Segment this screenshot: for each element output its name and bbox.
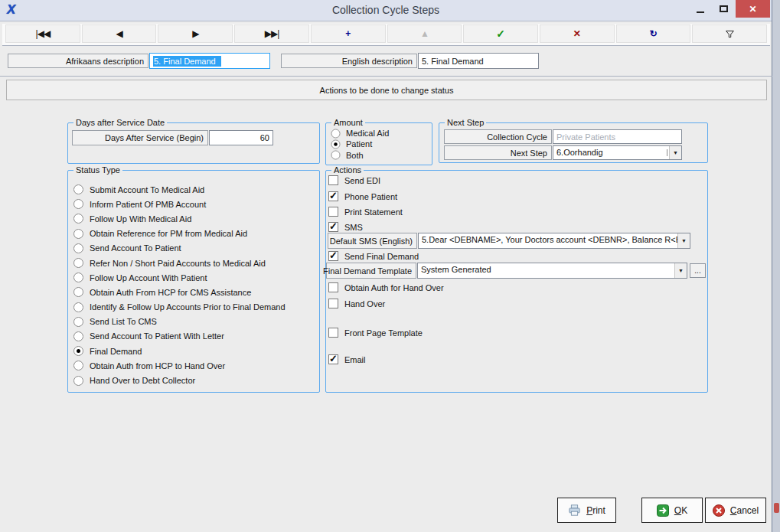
template-browse-button[interactable]: ... [690,263,706,278]
next-step-select[interactable]: 6.Oorhandig ▼ [553,145,682,160]
obtain-auth-hand-over-checkbox[interactable]: Obtain Auth for Hand Over [328,282,444,292]
front-page-template-checkbox[interactable]: Front Page Template [328,328,423,338]
radio-button[interactable] [73,273,83,282]
status-option[interactable]: Follow Up Account With Patient [73,270,312,285]
group-title: Days after Service Date [73,118,167,127]
maximize-icon [720,5,728,12]
selected-text: 5. Final Demand [153,56,221,67]
next-record-button[interactable]: ▶ [158,24,233,43]
chevron-down-icon[interactable]: ▼ [677,233,690,248]
radio-patient[interactable]: Patient [331,139,389,149]
status-option[interactable]: Refer Non / Short Paid Accounts to Medic… [73,256,312,270]
dialog-window: X Collection Cycle Steps ✕ |◀◀ ◀ ▶ ▶▶| +… [0,0,772,532]
radio-button[interactable] [73,346,83,356]
filter-button[interactable] [692,24,767,43]
status-option[interactable]: Send Account To Patient With Letter [73,329,312,344]
collection-cycle-label: Collection Cycle [444,129,552,144]
status-option[interactable]: Identify & Follow Up Accounts Prior to F… [73,300,312,315]
checkbox[interactable] [328,191,338,201]
radio-button[interactable] [73,229,83,239]
chevron-down-icon[interactable]: ▼ [669,146,681,159]
status-option[interactable]: Hand Over to Debt Collector [73,373,312,387]
status-option[interactable]: Obtain Auth From HCP for CMS Assistance [73,285,312,299]
radio-medical-aid[interactable]: Medical Aid [331,128,389,139]
edit-record-button[interactable]: ▲ [387,24,462,43]
ok-button[interactable]: OK [641,498,703,523]
refresh-icon: ↻ [649,28,657,39]
print-button[interactable]: Print [557,498,616,523]
final-demand-template-select[interactable]: System Generated ▼ [417,263,687,279]
next-record-icon: ▶ [192,28,198,39]
print-statement-checkbox[interactable]: Print Statement [328,207,403,217]
email-checkbox[interactable]: Email [328,354,366,364]
radio-button[interactable] [73,258,83,268]
status-option[interactable]: Obtain Reference for PM from Medical Aid [73,227,312,241]
checkbox[interactable] [328,222,338,232]
status-option[interactable]: Inform Patient Of PMB Account [73,197,312,211]
cancel-button[interactable]: Cancel [705,498,766,523]
radio-both[interactable]: Both [331,150,389,161]
phone-patient-checkbox[interactable]: Phone Patient [328,191,397,201]
cancel-record-button[interactable]: ✕ [540,24,615,43]
chevron-down-icon[interactable]: ▼ [674,263,687,278]
english-description-input[interactable]: 5. Final Demand [418,53,539,69]
days-after-service-input[interactable]: 60 [209,130,273,145]
checkbox[interactable] [328,282,338,292]
titlebar[interactable]: X Collection Cycle Steps ✕ [0,0,772,21]
radio-button[interactable] [73,331,83,341]
radio-button[interactable] [73,199,83,209]
radio-button[interactable] [331,151,341,160]
default-sms-select[interactable]: 5.Dear <DEBNAME>, Your Doctors account <… [418,233,690,249]
checkbox[interactable] [328,207,338,217]
hand-over-checkbox[interactable]: Hand Over [328,299,385,308]
radio-button[interactable] [73,302,83,312]
next-step-label: Next Step [444,145,552,160]
status-option[interactable]: Final Demand [73,344,312,358]
radio-button[interactable] [73,361,83,370]
status-option[interactable]: Obtain Auth from HCP to Hand Over [73,358,312,373]
radio-button[interactable] [73,376,83,386]
radio-label: Inform Patient Of PMB Account [90,200,206,209]
minimize-button[interactable] [688,0,712,18]
final-demand-template-label: Final Demand Template [326,263,416,279]
send-final-demand-checkbox[interactable]: Send Final Demand [328,251,419,261]
checkbox[interactable] [328,328,338,338]
status-option[interactable]: Send List To CMS [73,315,312,329]
selected-value: 6.Oorhandig [553,146,667,159]
radio-label: Patient [346,139,372,149]
radio-button[interactable] [331,129,341,138]
radio-label: Medical Aid [346,129,389,138]
refresh-button[interactable]: ↻ [616,24,691,43]
close-button[interactable]: ✕ [736,0,770,18]
insert-record-button[interactable]: + [311,24,386,43]
afrikaans-description-input[interactable]: 5. Final Demand [149,53,270,69]
radio-button[interactable] [73,214,83,224]
actions-group: Actions [325,170,708,393]
radio-label: Hand Over to Debt Collector [90,376,195,385]
radio-button[interactable] [73,243,83,253]
group-title: Next Step [445,118,486,127]
window-title: Collection Cycle Steps [0,4,772,16]
checkbox[interactable] [328,354,338,364]
prior-record-button[interactable]: ◀ [82,24,157,43]
radio-button[interactable] [331,139,341,149]
send-edi-checkbox[interactable]: Send EDI [328,175,380,185]
status-option[interactable]: Send Account To Patient [73,241,312,256]
maximize-button[interactable] [712,0,736,18]
group-title: Amount [331,118,365,127]
radio-label: Final Demand [90,347,142,356]
status-option[interactable]: Follow Up With Medical Aid [73,211,312,226]
last-record-button[interactable]: ▶▶| [234,24,309,43]
first-record-button[interactable]: |◀◀ [5,24,80,43]
post-record-button[interactable]: ✓ [463,24,538,43]
radio-button[interactable] [73,287,83,297]
radio-button[interactable] [73,317,83,327]
sms-checkbox[interactable]: SMS [328,222,363,232]
checkbox[interactable] [328,175,338,185]
radio-label: Obtain Auth from HCP to Hand Over [90,361,225,370]
radio-button[interactable] [73,184,83,194]
checkbox[interactable] [328,299,338,308]
status-option[interactable]: Submit Account To Medical Aid [73,182,312,197]
minimize-icon [697,11,704,13]
checkbox[interactable] [328,251,338,261]
